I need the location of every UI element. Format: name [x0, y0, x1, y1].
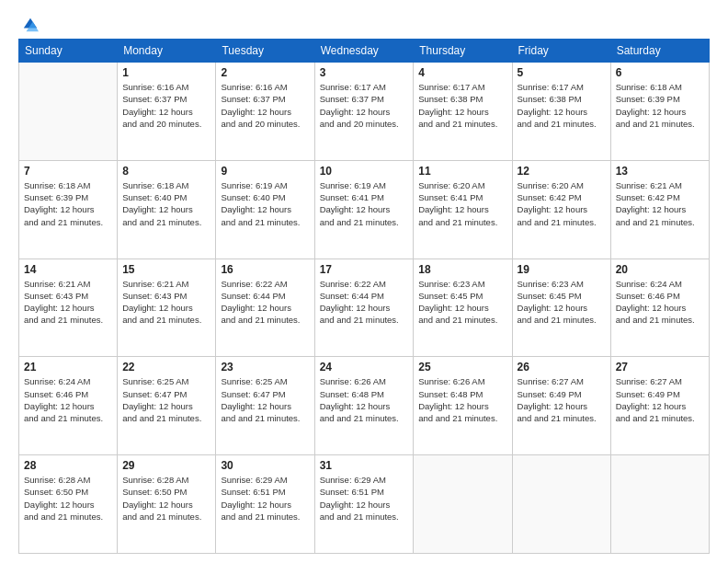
calendar-cell: 16Sunrise: 6:22 AMSunset: 6:44 PMDayligh… — [216, 259, 314, 357]
day-info: Sunrise: 6:19 AMSunset: 6:41 PMDaylight:… — [320, 179, 409, 228]
daylight-text-2: and and 21 minutes. — [122, 314, 210, 326]
calendar-header-sunday: Sunday — [19, 40, 118, 63]
daylight-text: Daylight: 12 hours — [518, 302, 606, 314]
sunrise-text: Sunrise: 6:23 AM — [518, 278, 606, 290]
sunrise-text: Sunrise: 6:21 AM — [24, 278, 112, 290]
day-info: Sunrise: 6:17 AMSunset: 6:37 PMDaylight:… — [320, 81, 409, 130]
sunset-text: Sunset: 6:38 PM — [418, 93, 506, 105]
daylight-text: Daylight: 12 hours — [122, 302, 210, 314]
sunset-text: Sunset: 6:49 PM — [518, 388, 606, 400]
day-info: Sunrise: 6:17 AMSunset: 6:38 PMDaylight:… — [418, 81, 506, 130]
calendar-cell — [610, 455, 709, 554]
calendar-cell: 26Sunrise: 6:27 AMSunset: 6:49 PMDayligh… — [512, 357, 610, 455]
calendar-cell: 21Sunrise: 6:24 AMSunset: 6:46 PMDayligh… — [19, 357, 118, 455]
day-number: 18 — [418, 263, 506, 276]
calendar-cell: 28Sunrise: 6:28 AMSunset: 6:50 PMDayligh… — [19, 455, 118, 554]
daylight-text-2: and and 21 minutes. — [320, 216, 409, 228]
sunset-text: Sunset: 6:50 PM — [24, 486, 112, 498]
day-info: Sunrise: 6:21 AMSunset: 6:42 PMDaylight:… — [616, 179, 704, 228]
calendar-cell: 9Sunrise: 6:19 AMSunset: 6:40 PMDaylight… — [216, 160, 314, 259]
calendar: SundayMondayTuesdayWednesdayThursdayFrid… — [18, 39, 710, 554]
calendar-header-monday: Monday — [118, 40, 216, 63]
sunrise-text: Sunrise: 6:24 AM — [24, 375, 112, 387]
calendar-week-2: 14Sunrise: 6:21 AMSunset: 6:43 PMDayligh… — [19, 259, 710, 357]
daylight-text: Daylight: 12 hours — [518, 106, 606, 118]
calendar-cell: 27Sunrise: 6:27 AMSunset: 6:49 PMDayligh… — [610, 357, 709, 455]
calendar-cell: 6Sunrise: 6:18 AMSunset: 6:39 PMDaylight… — [610, 63, 709, 161]
calendar-cell: 25Sunrise: 6:26 AMSunset: 6:48 PMDayligh… — [414, 357, 512, 455]
sunset-text: Sunset: 6:51 PM — [221, 486, 309, 498]
sunset-text: Sunset: 6:38 PM — [518, 93, 606, 105]
daylight-text-2: and and 21 minutes. — [616, 412, 704, 424]
day-number: 31 — [320, 459, 409, 472]
day-info: Sunrise: 6:26 AMSunset: 6:48 PMDaylight:… — [320, 375, 409, 424]
logo-icon — [22, 17, 39, 33]
daylight-text: Daylight: 12 hours — [418, 203, 506, 215]
day-info: Sunrise: 6:19 AMSunset: 6:40 PMDaylight:… — [221, 179, 309, 228]
calendar-cell: 19Sunrise: 6:23 AMSunset: 6:45 PMDayligh… — [512, 259, 610, 357]
sunset-text: Sunset: 6:37 PM — [320, 93, 409, 105]
daylight-text: Daylight: 12 hours — [616, 106, 704, 118]
day-number: 3 — [320, 66, 409, 79]
day-number: 28 — [24, 459, 112, 472]
calendar-cell: 13Sunrise: 6:21 AMSunset: 6:42 PMDayligh… — [610, 160, 709, 259]
daylight-text: Daylight: 12 hours — [122, 400, 210, 412]
daylight-text: Daylight: 12 hours — [24, 499, 112, 511]
page: SundayMondayTuesdayWednesdayThursdayFrid… — [0, 0, 728, 563]
daylight-text-2: and and 20 minutes. — [320, 118, 409, 130]
day-info: Sunrise: 6:20 AMSunset: 6:41 PMDaylight:… — [418, 179, 506, 228]
calendar-cell: 1Sunrise: 6:16 AMSunset: 6:37 PMDaylight… — [118, 63, 216, 161]
day-number: 30 — [221, 459, 309, 472]
calendar-header-friday: Friday — [512, 40, 610, 63]
sunrise-text: Sunrise: 6:18 AM — [616, 81, 704, 93]
sunset-text: Sunset: 6:37 PM — [122, 93, 210, 105]
daylight-text-2: and and 21 minutes. — [320, 511, 409, 523]
day-number: 7 — [24, 165, 112, 178]
sunrise-text: Sunrise: 6:21 AM — [616, 179, 704, 191]
day-info: Sunrise: 6:25 AMSunset: 6:47 PMDaylight:… — [122, 375, 210, 424]
daylight-text: Daylight: 12 hours — [221, 302, 309, 314]
daylight-text-2: and and 21 minutes. — [24, 314, 112, 326]
sunset-text: Sunset: 6:51 PM — [320, 486, 409, 498]
sunrise-text: Sunrise: 6:27 AM — [616, 375, 704, 387]
calendar-cell: 5Sunrise: 6:17 AMSunset: 6:38 PMDaylight… — [512, 63, 610, 161]
day-number: 21 — [24, 361, 112, 373]
daylight-text: Daylight: 12 hours — [24, 400, 112, 412]
day-number: 12 — [518, 165, 606, 178]
daylight-text-2: and and 21 minutes. — [518, 216, 606, 228]
day-number: 10 — [320, 165, 409, 178]
calendar-cell — [512, 455, 610, 554]
day-info: Sunrise: 6:26 AMSunset: 6:48 PMDaylight:… — [418, 375, 506, 424]
sunset-text: Sunset: 6:43 PM — [122, 290, 210, 302]
sunset-text: Sunset: 6:47 PM — [122, 388, 210, 400]
day-info: Sunrise: 6:16 AMSunset: 6:37 PMDaylight:… — [221, 81, 309, 130]
sunset-text: Sunset: 6:45 PM — [518, 290, 606, 302]
daylight-text: Daylight: 12 hours — [221, 400, 309, 412]
day-info: Sunrise: 6:23 AMSunset: 6:45 PMDaylight:… — [418, 278, 506, 327]
sunrise-text: Sunrise: 6:29 AM — [320, 474, 409, 486]
daylight-text: Daylight: 12 hours — [518, 400, 606, 412]
daylight-text: Daylight: 12 hours — [616, 302, 704, 314]
calendar-header-tuesday: Tuesday — [216, 40, 314, 63]
daylight-text-2: and and 21 minutes. — [616, 118, 704, 130]
calendar-cell: 14Sunrise: 6:21 AMSunset: 6:43 PMDayligh… — [19, 259, 118, 357]
calendar-cell: 8Sunrise: 6:18 AMSunset: 6:40 PMDaylight… — [118, 160, 216, 259]
day-info: Sunrise: 6:18 AMSunset: 6:39 PMDaylight:… — [616, 81, 704, 130]
sunset-text: Sunset: 6:46 PM — [616, 290, 704, 302]
day-number: 25 — [418, 361, 506, 373]
calendar-cell: 29Sunrise: 6:28 AMSunset: 6:50 PMDayligh… — [118, 455, 216, 554]
calendar-cell: 17Sunrise: 6:22 AMSunset: 6:44 PMDayligh… — [314, 259, 414, 357]
sunrise-text: Sunrise: 6:22 AM — [320, 278, 409, 290]
daylight-text-2: and and 21 minutes. — [24, 412, 112, 424]
daylight-text-2: and and 21 minutes. — [418, 314, 506, 326]
daylight-text: Daylight: 12 hours — [518, 203, 606, 215]
sunrise-text: Sunrise: 6:25 AM — [221, 375, 309, 387]
daylight-text: Daylight: 12 hours — [320, 302, 409, 314]
day-number: 26 — [518, 361, 606, 373]
daylight-text: Daylight: 12 hours — [320, 106, 409, 118]
day-info: Sunrise: 6:18 AMSunset: 6:40 PMDaylight:… — [122, 179, 210, 228]
sunrise-text: Sunrise: 6:17 AM — [518, 81, 606, 93]
day-info: Sunrise: 6:25 AMSunset: 6:47 PMDaylight:… — [221, 375, 309, 424]
day-number: 20 — [616, 263, 704, 276]
daylight-text-2: and and 21 minutes. — [122, 412, 210, 424]
